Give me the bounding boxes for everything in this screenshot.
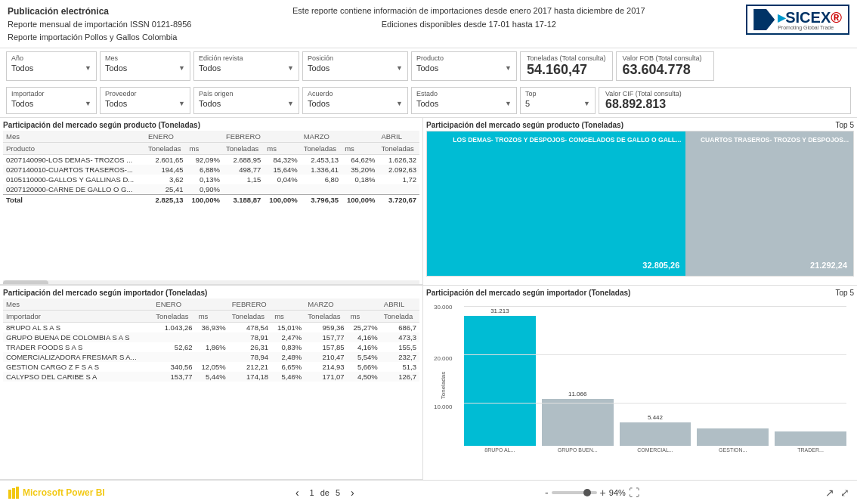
metric-valor-cif: Valor CIF (Total consulta) 68.892.813 <box>599 87 851 114</box>
filter-pais-value: Todos <box>199 99 221 108</box>
col-feb-ton: FEBRERO <box>223 131 301 143</box>
powerbi-link[interactable]: Microsoft Power BI <box>8 487 105 499</box>
powerbi-label: Microsoft Power BI <box>23 487 105 498</box>
table-row: 0105110000-GALLOS Y GALLINAS D... 3,62 0… <box>3 175 419 184</box>
treemap-cell-1: LOS DEMAS- TROZOS Y DESPOJOS- CONGELADOS… <box>427 131 685 276</box>
col-a-ton: Toneladas <box>378 143 419 155</box>
col-e-ton: Toneladas <box>145 143 186 155</box>
filter-top-select[interactable]: 5 ▼ <box>525 99 590 108</box>
svg-rect-1 <box>12 488 15 499</box>
metric-fob-label: Valor FOB (Total consulta) <box>623 54 707 62</box>
table-row: 0207140090-LOS DEMAS- TROZOS ... 2.601,6… <box>3 155 419 165</box>
filter-producto-value: Todos <box>416 63 438 73</box>
product-name: 0207140090-LOS DEMAS- TROZOS ... <box>3 155 145 165</box>
chevron-down-icon: ▼ <box>85 64 91 72</box>
fit-screen-icon[interactable]: ⛶ <box>629 487 639 499</box>
col-enero-ton: ENERO <box>145 131 223 143</box>
chart-area: 30.000 20.000 10.000 <box>464 306 846 453</box>
title3: Reporte importación Pollos y Gallos Colo… <box>8 31 191 44</box>
filter-estado-label: Estado <box>416 90 512 97</box>
metric-fob-value: 63.604.778 <box>623 62 707 78</box>
filter-mes[interactable]: Mes Todos ▼ <box>100 51 190 81</box>
table-row: CALYPSO DEL CARIBE S A 153,77 5,44% 174,… <box>3 372 419 382</box>
chevron-down-icon: ▼ <box>583 100 590 107</box>
filter-edicion-label: Edición revista <box>199 54 294 62</box>
zoom-minus-button[interactable]: - <box>545 487 549 499</box>
top-badge-treemap: Top 5 <box>836 121 854 129</box>
zoom-plus-button[interactable]: + <box>600 487 606 499</box>
next-page-button[interactable]: › <box>346 485 359 500</box>
metric-cif-label: Valor CIF (Total consulta) <box>605 90 844 97</box>
filter-posicion-value: Todos <box>308 63 329 73</box>
col-f-ton: Toneladas <box>223 143 264 155</box>
product-name: 0207140010-CUARTOS TRASEROS-... <box>3 165 145 175</box>
filter-proveedor-select[interactable]: Todos ▼ <box>105 99 185 108</box>
filter-row-2: Importador Todos ▼ Proveedor Todos ▼ Paí… <box>0 84 857 117</box>
metric-toneladas: Toneladas (Total consulta) 54.160,47 <box>520 51 613 81</box>
zoom-controls: - + 94% ⛶ <box>545 487 639 499</box>
filter-acuerdo[interactable]: Acuerdo Todos ▼ <box>302 87 408 114</box>
filter-pais-select[interactable]: Todos ▼ <box>199 99 294 108</box>
filter-importador-select[interactable]: Todos ▼ <box>11 99 91 108</box>
filter-proveedor-label: Proveedor <box>105 90 185 97</box>
filter-ano-value: Todos <box>11 63 33 73</box>
treemap-cell-2: CUARTOS TRASEROS- TROZOS Y DESPOJOS... 2… <box>685 131 853 276</box>
y-axis-label: Toneladas <box>440 371 447 398</box>
filter-producto[interactable]: Producto Todos ▼ <box>411 51 517 81</box>
filter-proveedor[interactable]: Proveedor Todos ▼ <box>100 87 190 114</box>
col-apr-imp: ABRIL <box>381 298 419 311</box>
bottom-bar: Microsoft Power BI ‹ 1 de 5 › - + 94% ⛶ … <box>0 480 857 504</box>
treemap-cell1-label: LOS DEMAS- TROZOS Y DESPOJOS- CONGELADOS… <box>451 135 682 145</box>
page-current: 1 <box>310 488 314 497</box>
content-area: Participación del mercado según producto… <box>0 118 857 480</box>
sicex-logo: ▸SICEX® Promoting Global Trade <box>746 5 849 35</box>
header-left: Publicación electrónica Reporte mensual … <box>8 5 191 43</box>
chevron-down-icon: ▼ <box>505 64 512 72</box>
filter-acuerdo-select[interactable]: Todos ▼ <box>308 99 403 108</box>
col-mar-ton: MARZO <box>301 131 379 143</box>
header-center: Este reporte contiene información de imp… <box>292 5 645 31</box>
metric-valor-fob: Valor FOB (Total consulta) 63.604.778 <box>616 51 714 81</box>
treemap-cell2-label: CUARTOS TRASEROS- TROZOS Y DESPOJOS... <box>699 135 850 145</box>
header: Publicación electrónica Reporte mensual … <box>0 0 857 48</box>
y-tick-10000: 10.000 <box>434 404 452 410</box>
filter-estado-select[interactable]: Todos ▼ <box>416 99 512 108</box>
pagination: ‹ 1 de 5 › <box>291 485 359 500</box>
filter-posicion-select[interactable]: Todos ▼ <box>308 63 403 73</box>
info-line1: Este reporte contiene información de imp… <box>292 5 645 18</box>
share-icon[interactable]: ↗ <box>825 487 834 499</box>
treemap-cell2-value: 21.292,24 <box>807 258 850 273</box>
col-mes-imp: Mes <box>3 298 153 311</box>
table-total-row: Total 2.825,13 100,00% 3.188,87 100,00% … <box>3 195 419 206</box>
filter-posicion-label: Posición <box>308 54 403 62</box>
filter-ano-label: Año <box>11 54 91 62</box>
filter-mes-select[interactable]: Todos ▼ <box>105 63 185 73</box>
filter-ano-select[interactable]: Todos ▼ <box>11 63 91 73</box>
fullscreen-icon[interactable]: ⤢ <box>840 487 849 499</box>
filter-ano[interactable]: Año Todos ▼ <box>6 51 97 81</box>
filter-edicion[interactable]: Edición revista Todos ▼ <box>193 51 299 81</box>
page-separator: de <box>320 488 329 497</box>
filter-posicion[interactable]: Posición Todos ▼ <box>302 51 408 81</box>
filter-edicion-value: Todos <box>199 63 221 73</box>
zoom-slider[interactable] <box>552 491 597 494</box>
chevron-down-icon: ▼ <box>287 100 294 107</box>
col-apr-ton: ABRIL <box>378 131 419 143</box>
filter-estado[interactable]: Estado Todos ▼ <box>411 87 517 114</box>
chevron-down-icon: ▼ <box>178 100 185 107</box>
filter-proveedor-value: Todos <box>105 99 127 108</box>
filter-producto-label: Producto <box>416 54 512 62</box>
filter-top[interactable]: Top 5 ▼ <box>520 87 596 114</box>
header-right: ▸SICEX® Promoting Global Trade <box>746 5 849 35</box>
logo-text: SICEX <box>785 9 831 26</box>
filter-producto-select[interactable]: Todos ▼ <box>416 63 512 73</box>
filter-importador[interactable]: Importador Todos ▼ <box>6 87 97 114</box>
filter-pais[interactable]: País origen Todos ▼ <box>193 87 299 114</box>
product-name: 0207120000-CARNE DE GALLO O G... <box>3 184 145 195</box>
powerbi-icon <box>8 487 20 499</box>
prev-page-button[interactable]: ‹ <box>291 485 304 500</box>
left-panel: Participación del mercado según producto… <box>0 118 423 480</box>
chevron-down-icon: ▼ <box>396 64 403 72</box>
table-importador: Mes ENERO FEBRERO MARZO ABRIL Importador… <box>3 298 419 382</box>
filter-edicion-select[interactable]: Todos ▼ <box>199 63 294 73</box>
